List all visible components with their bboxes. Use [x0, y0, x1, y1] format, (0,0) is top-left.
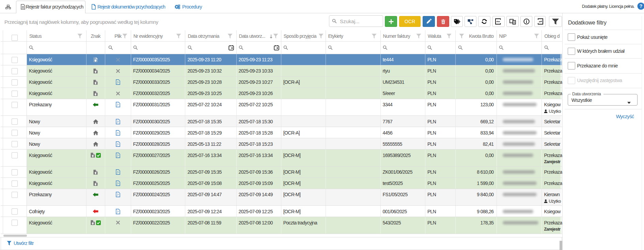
svg-text:?: ? [640, 3, 643, 9]
svg-text:xlsx: xlsx [496, 20, 500, 22]
svg-text:pdf: pdf [539, 20, 542, 22]
